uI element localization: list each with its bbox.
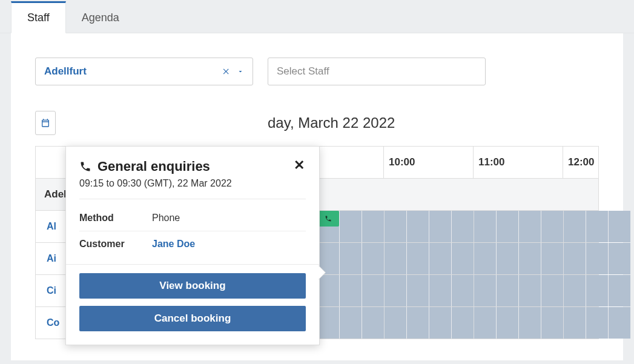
cancel-booking-button[interactable]: Cancel booking: [79, 306, 306, 331]
view-booking-button[interactable]: View booking: [79, 273, 306, 299]
phone-icon: [325, 215, 332, 222]
chevron-down-icon[interactable]: [237, 68, 244, 75]
phone-icon: [79, 160, 91, 173]
tab-staff[interactable]: Staff: [11, 1, 66, 33]
close-button[interactable]: ✕: [292, 159, 306, 172]
close-icon: ✕: [294, 159, 305, 172]
time-header: 11:00: [474, 147, 563, 178]
clear-icon[interactable]: [222, 67, 231, 76]
method-value: Phone: [152, 213, 180, 223]
method-label: Method: [79, 213, 152, 223]
appointment-popover: General enquiries ✕ 09:15 to 09:30 (GMT)…: [65, 146, 320, 345]
customer-link[interactable]: Jane Doe: [152, 239, 195, 250]
tabs: Staff Agenda: [0, 1, 634, 33]
date-picker-button[interactable]: [35, 111, 56, 135]
current-date-title: day, March 22 2022: [268, 114, 395, 131]
popover-time: 09:15 to 09:30 (GMT), 22 Mar 2022: [66, 178, 319, 199]
staff-placeholder: Select Staff: [277, 65, 329, 78]
tab-agenda[interactable]: Agenda: [66, 3, 135, 33]
time-header: 10:00: [384, 147, 474, 178]
popover-title: General enquiries: [97, 159, 210, 174]
time-header: 12:00: [563, 147, 634, 178]
customer-label: Customer: [79, 239, 152, 250]
popover-arrow: [318, 265, 325, 280]
page-body: Adellfurt Select Staff: [11, 33, 623, 360]
appointment-event[interactable]: [317, 211, 339, 227]
location-value: Adellfurt: [44, 65, 87, 78]
staff-select[interactable]: Select Staff: [268, 58, 486, 85]
calendar-icon: [41, 118, 50, 128]
location-select[interactable]: Adellfurt: [35, 58, 253, 85]
